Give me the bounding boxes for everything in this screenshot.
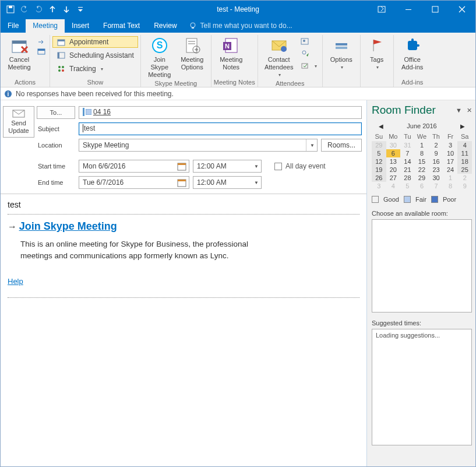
tab-format-text[interactable]: Format Text (96, 19, 147, 33)
meeting-notes-button[interactable]: N Meeting Notes (214, 35, 249, 71)
calendar-day[interactable]: 13 (386, 157, 401, 166)
recipient-chip[interactable]: 04 16 (83, 108, 111, 116)
calendar-small-icon[interactable] (36, 47, 47, 56)
forward-icon[interactable] (36, 37, 47, 47)
redo-icon[interactable] (32, 3, 45, 16)
tags-button[interactable]: Tags ▾ (363, 35, 391, 71)
tell-me-search[interactable]: Tell me what you want to do... (184, 19, 297, 33)
help-link[interactable]: Help (8, 277, 23, 286)
calendar-day[interactable]: 3 (372, 182, 386, 190)
calendar-day[interactable]: 31 (400, 141, 415, 149)
calendar-day[interactable]: 1 (415, 141, 429, 149)
calendar-day[interactable]: 26 (372, 174, 386, 182)
calendar-day[interactable]: 27 (386, 174, 401, 182)
calendar-day[interactable]: 20 (386, 166, 401, 174)
end-time-field[interactable]: 12:00 AM ▼ (193, 176, 262, 189)
next-item-icon[interactable] (60, 3, 73, 16)
calendar-day[interactable]: 5 (400, 182, 415, 190)
start-date-field[interactable]: Mon 6/6/2016 (79, 160, 189, 173)
calendar-day[interactable]: 8 (443, 182, 458, 190)
meeting-options-button[interactable]: Meeting Options (176, 35, 209, 71)
pane-options-icon[interactable]: ▼ (456, 107, 462, 114)
calendar-day[interactable]: 29 (415, 174, 429, 182)
tracking-button[interactable]: Tracking ▾ (52, 63, 138, 75)
calendar-day[interactable]: 9 (429, 149, 443, 157)
save-icon[interactable] (4, 3, 17, 16)
calendar-day[interactable]: 5 (372, 149, 386, 157)
calendar-day[interactable]: 18 (457, 157, 472, 166)
calendar-day[interactable]: 8 (415, 149, 429, 157)
appointment-button[interactable]: Appointment (52, 36, 138, 48)
calendar-day[interactable]: 25 (457, 166, 472, 174)
qat-customize-icon[interactable] (74, 3, 87, 16)
maximize-icon[interactable] (422, 1, 449, 17)
calendar-day[interactable]: 30 (386, 141, 401, 149)
calendar-day[interactable]: 6 (386, 149, 401, 157)
calendar-icon[interactable] (177, 178, 186, 187)
tab-review[interactable]: Review (147, 19, 184, 33)
calendar-day[interactable]: 2 (429, 141, 443, 149)
suggested-times-list[interactable]: Loading suggestions... (372, 329, 472, 445)
calendar-day[interactable]: 24 (443, 166, 458, 174)
calendar-day[interactable]: 29 (372, 141, 386, 149)
to-button[interactable]: To... (37, 106, 75, 119)
office-addins-button[interactable]: Office Add-ins (396, 35, 429, 71)
close-pane-icon[interactable]: ✕ (467, 107, 472, 114)
send-update-button[interactable]: Send Update (3, 106, 34, 138)
subject-field[interactable]: test (79, 122, 362, 135)
undo-icon[interactable] (18, 3, 31, 16)
rooms-button[interactable]: Rooms... (321, 139, 362, 152)
calendar-day[interactable]: 19 (372, 166, 386, 174)
calendar-day[interactable]: 16 (429, 157, 443, 166)
calendar-icon[interactable] (177, 161, 186, 171)
calendar-day[interactable]: 17 (443, 157, 458, 166)
calendar-day[interactable]: 15 (415, 157, 429, 166)
calendar-day[interactable]: 21 (400, 166, 415, 174)
mini-calendar[interactable]: SuMoTuWeThFrSa 2930311234567891011121314… (372, 132, 472, 190)
close-icon[interactable] (449, 1, 475, 17)
calendar-day[interactable]: 1 (443, 174, 458, 182)
contact-attendees-button[interactable]: Contact Attendees▾ (260, 35, 298, 79)
start-time-field[interactable]: 12:00 AM ▼ (193, 160, 262, 173)
check-names-icon[interactable] (298, 48, 320, 59)
calendar-day[interactable]: 2 (457, 174, 472, 182)
tab-insert[interactable]: Insert (65, 19, 96, 33)
chevron-down-icon[interactable]: ▼ (254, 180, 259, 185)
ribbon-display-options-icon[interactable] (368, 1, 395, 17)
prev-month-icon[interactable]: ◀ (379, 123, 383, 129)
meeting-body[interactable]: test → Join Skype Meeting This is an onl… (1, 194, 366, 466)
calendar-day[interactable]: 14 (400, 157, 415, 166)
to-field[interactable]: 04 16 (79, 106, 362, 119)
next-month-icon[interactable]: ▶ (460, 123, 465, 129)
calendar-day[interactable]: 10 (443, 149, 458, 157)
cancel-meeting-button[interactable]: Cancel Meeting (3, 35, 36, 71)
calendar-day[interactable]: 23 (429, 166, 443, 174)
end-date-field[interactable]: Tue 6/7/2016 (79, 176, 189, 189)
options-button[interactable]: Options ▾ (325, 35, 358, 71)
calendar-day[interactable]: 6 (415, 182, 429, 190)
response-options-icon[interactable]: ▾ (298, 61, 320, 71)
minimize-icon[interactable] (395, 1, 422, 17)
address-book-icon[interactable] (298, 36, 320, 47)
all-day-checkbox[interactable] (274, 163, 282, 170)
tab-file[interactable]: File (1, 19, 26, 33)
tab-meeting[interactable]: Meeting (26, 19, 65, 33)
chevron-down-icon[interactable]: ▼ (306, 139, 315, 151)
calendar-day[interactable]: 12 (372, 157, 386, 166)
join-skype-link[interactable]: Join Skype Meeting (19, 220, 117, 233)
calendar-day[interactable]: 28 (400, 174, 415, 182)
location-field[interactable]: Skype Meeting ▼ (79, 139, 318, 152)
calendar-day[interactable]: 11 (457, 149, 472, 157)
calendar-day[interactable]: 7 (400, 149, 415, 157)
prev-item-icon[interactable] (46, 3, 59, 16)
available-rooms-list[interactable] (372, 219, 472, 312)
calendar-day[interactable]: 22 (415, 166, 429, 174)
calendar-day[interactable]: 9 (457, 182, 472, 190)
calendar-day[interactable]: 3 (443, 141, 458, 149)
join-skype-button[interactable]: S Join Skype Meeting (143, 35, 176, 79)
calendar-day[interactable]: 4 (386, 182, 401, 190)
calendar-day[interactable]: 30 (429, 174, 443, 182)
scheduling-assistant-button[interactable]: Scheduling Assistant (52, 50, 138, 61)
chevron-down-icon[interactable]: ▼ (254, 164, 259, 169)
calendar-day[interactable]: 7 (429, 182, 443, 190)
